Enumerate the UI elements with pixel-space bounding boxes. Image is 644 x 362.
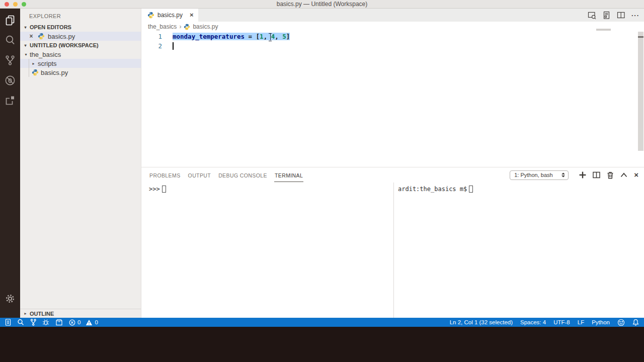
chevron-down-icon — [23, 43, 28, 48]
bash-prompt: ardit:the_basics m$ — [398, 186, 467, 193]
bug-icon[interactable] — [42, 319, 49, 326]
python-icon — [147, 12, 154, 19]
workspace-header[interactable]: UNTITLED (WORKSPACE) — [20, 41, 141, 50]
tree-folder-scripts[interactable]: scripts — [20, 59, 141, 68]
problems-errors[interactable]: 0 0 — [69, 319, 98, 326]
tree-file-basics[interactable]: basics.py — [20, 68, 141, 77]
open-preview-icon[interactable] — [602, 11, 611, 20]
indentation[interactable]: Spaces: 4 — [520, 319, 546, 325]
smiley-icon[interactable] — [617, 319, 625, 326]
chevron-right-icon — [23, 311, 28, 316]
status-bar: 0 0 Ln 2, Col 1 (32 selected) Spaces: 4 … — [0, 318, 644, 327]
traffic-lights — [5, 2, 26, 7]
code-line-1-text[interactable]: monday_temperatures = [1, 4, 5] — [173, 33, 290, 40]
terminal-cursor — [469, 186, 473, 193]
cursor-position[interactable]: Ln 2, Col 1 (32 selected) — [450, 319, 513, 325]
mouse-ibeam-cursor — [269, 33, 272, 40]
breadcrumb: the_basics basics.py — [141, 22, 644, 32]
code-line-2[interactable]: 2 — [141, 41, 644, 51]
code-line-1[interactable]: 1 monday_temperatures = [1, 4, 5] — [141, 32, 644, 41]
sidebar-title: EXPLORER — [20, 9, 141, 23]
window-title: basics.py — Untitled (Workspace) — [277, 1, 368, 8]
editor-actions — [588, 9, 639, 22]
line-number[interactable]: 1 — [141, 33, 162, 40]
open-editors-header[interactable]: OPEN EDITORS — [20, 23, 141, 32]
eol-sequence[interactable]: LF — [578, 319, 584, 325]
terminal-area: >>> ardit:the_basics m$ — [141, 183, 644, 318]
chevron-right-icon — [31, 61, 36, 66]
chevron-right-icon — [179, 23, 181, 30]
warning-icon — [86, 319, 93, 326]
document-icon[interactable] — [5, 319, 11, 326]
open-editor-item-basics[interactable]: basics.py — [20, 32, 141, 41]
python-icon — [38, 33, 45, 40]
tab-terminal[interactable]: TERMINAL — [274, 168, 303, 182]
bell-icon[interactable] — [632, 319, 639, 326]
zoom-window-button[interactable] — [22, 2, 26, 7]
close-icon[interactable] — [28, 34, 34, 39]
extensions-icon[interactable] — [4, 95, 16, 107]
outline-header[interactable]: OUTLINE — [20, 309, 141, 318]
close-window-button[interactable] — [5, 2, 9, 7]
close-panel-icon[interactable] — [634, 172, 638, 178]
updown-arrows-icon — [561, 172, 566, 177]
chevron-down-icon — [23, 52, 29, 57]
chevron-up-icon[interactable] — [620, 172, 627, 177]
python-icon — [184, 24, 190, 30]
status-right: Ln 2, Col 1 (32 selected) Spaces: 4 UTF-… — [450, 319, 639, 326]
package-icon[interactable] — [55, 319, 63, 326]
file-tree: the_basics scripts basics.py — [20, 50, 141, 77]
minimize-window-button[interactable] — [13, 2, 18, 7]
close-icon[interactable] — [190, 13, 194, 18]
split-terminal-icon[interactable] — [593, 171, 600, 178]
status-left: 0 0 — [5, 319, 98, 326]
breadcrumb-file[interactable]: basics.py — [193, 23, 218, 30]
desktop-background: basics.py — Untitled (Workspace) — [0, 0, 644, 362]
explorer-sidebar: EXPLORER OPEN EDITORS basics.py UNTITLED… — [20, 9, 141, 318]
debug-icon[interactable] — [4, 74, 16, 86]
split-editor-icon[interactable] — [617, 11, 625, 20]
editor-scrollbar[interactable] — [638, 32, 643, 151]
terminal-selector-dropdown[interactable]: 1: Python, bash — [510, 170, 569, 180]
terminal-python[interactable]: >>> — [141, 183, 393, 318]
text-caret — [173, 42, 174, 50]
python-repl-prompt: >>> — [149, 186, 160, 193]
git-branch-icon[interactable] — [30, 319, 36, 326]
terminal-cursor — [162, 186, 166, 193]
overview-ruler-selection-mark — [638, 36, 643, 38]
search-icon[interactable] — [4, 34, 16, 46]
terminal-toolbar: 1: Python, bash — [510, 167, 638, 183]
python-icon — [32, 69, 39, 76]
language-mode[interactable]: Python — [592, 319, 610, 325]
activity-bar — [0, 9, 20, 318]
editor-group: basics.py the_basics basics.py — [141, 9, 644, 318]
tree-folder-the-basics[interactable]: the_basics — [20, 50, 141, 59]
vscode-window: basics.py — Untitled (Workspace) — [0, 0, 644, 327]
line-number[interactable]: 2 — [141, 42, 162, 50]
panel-header: PROBLEMS OUTPUT DEBUG CONSOLE TERMINAL 1… — [141, 167, 644, 183]
more-actions-icon[interactable] — [631, 12, 639, 19]
open-editor-label: basics.py — [48, 33, 75, 40]
encoding[interactable]: UTF-8 — [553, 319, 570, 325]
trash-icon[interactable] — [607, 171, 614, 179]
tab-label: basics.py — [157, 12, 183, 19]
minimap[interactable] — [596, 29, 611, 31]
plus-icon[interactable] — [579, 171, 586, 178]
open-changes-icon[interactable] — [588, 11, 596, 20]
tab-bar: basics.py — [141, 9, 644, 22]
terminal-bash[interactable]: ardit:the_basics m$ — [393, 183, 644, 318]
breadcrumb-folder[interactable]: the_basics — [148, 23, 177, 30]
tab-debug-console[interactable]: DEBUG CONSOLE — [218, 168, 268, 182]
title-bar: basics.py — Untitled (Workspace) — [0, 0, 644, 9]
search-icon[interactable] — [17, 319, 24, 326]
indent-guide — [29, 59, 29, 77]
gear-icon[interactable] — [4, 293, 16, 305]
tab-basics-py[interactable]: basics.py — [141, 9, 198, 22]
files-icon[interactable] — [4, 14, 16, 26]
code-editor[interactable]: 1 monday_temperatures = [1, 4, 5] 2 — [141, 32, 644, 167]
chevron-down-icon — [23, 25, 28, 30]
tab-output[interactable]: OUTPUT — [188, 168, 212, 182]
tab-problems[interactable]: PROBLEMS — [149, 168, 181, 182]
bottom-panel: PROBLEMS OUTPUT DEBUG CONSOLE TERMINAL 1… — [141, 167, 644, 318]
source-control-icon[interactable] — [4, 54, 16, 66]
